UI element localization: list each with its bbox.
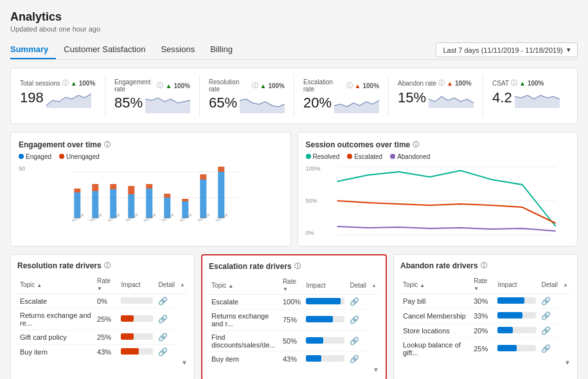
trend-arrow: ▲ [71, 80, 77, 87]
tab-sessions[interactable]: Sessions [153, 41, 202, 59]
detail-link-icon[interactable]: 🔗 [158, 297, 168, 306]
engagement-bar-chart: 5/21/19 5/22/19 5/23/19 5/24/19 5/25/19 … [28, 165, 282, 223]
line-chart-area: 100% 50% 0% [306, 165, 570, 238]
metric-escalation-rate: Escalation rate ⓘ ▲ 100% 20% [294, 75, 389, 117]
col-topic: Topic ▲ [400, 275, 471, 294]
escalation-drivers-panel: Escalation rate drivers ⓘ Topic ▲ Rate ▼… [201, 254, 387, 379]
detail-link-icon[interactable]: 🔗 [541, 311, 551, 320]
col-rate: Rate ▼ [280, 276, 304, 295]
detail-link-icon[interactable]: 🔗 [158, 333, 168, 342]
table-row: Escalate 0% 🔗 [17, 294, 188, 309]
page-header: Analytics Updated about one hour ago [10, 10, 578, 33]
table-row: Cancel Membership 33% 🔗 [400, 309, 571, 324]
session-outcomes-line-chart: 5/21/19 5/22/19 5/23/19 5/24/19 5/25/19 … [323, 165, 569, 236]
date-range-picker[interactable]: Last 7 days (11/11/2019 - 11/18/2019) ▾ [436, 42, 578, 57]
engagement-chart-panel: Engagement over time ⓘ Engaged Unengaged… [10, 132, 291, 246]
col-impact: Impact [118, 275, 156, 294]
metric-total-sessions: Total sessions ⓘ ▲ 100% 198 [11, 75, 105, 117]
escalation-drivers-table: Topic ▲ Rate ▼ Impact Detail ▲ Escalate … [209, 276, 379, 366]
session-outcomes-legend: Resolved Escalated Abandoned [306, 153, 570, 160]
sort-icon[interactable]: ▼ [474, 286, 479, 291]
info-icon[interactable]: ⓘ [62, 79, 69, 88]
sparkline-escalation [334, 93, 379, 113]
metric-abandon-rate: Abandon rate ⓘ ▲ 100% 15% [389, 75, 483, 117]
info-icon[interactable]: ⓘ [252, 81, 258, 90]
chevron-down-icon: ▾ [567, 46, 571, 54]
info-icon[interactable]: ⓘ [438, 79, 445, 88]
resolution-drivers-table: Topic ▲ Rate ▼ Impact Detail ▲ Escalate … [17, 275, 188, 359]
col-detail: Detail [156, 275, 177, 294]
detail-link-icon[interactable]: 🔗 [350, 297, 359, 306]
trend-arrow: ▲ [447, 80, 453, 87]
detail-link-icon[interactable]: 🔗 [158, 315, 168, 324]
metric-csat: CSAT ⓘ ▲ 100% 4.2 [483, 75, 577, 117]
col-scroll: ▲ [369, 276, 379, 295]
info-icon[interactable]: ⓘ [104, 140, 111, 149]
col-topic: Topic ▲ [17, 275, 94, 294]
info-icon[interactable]: ⓘ [294, 262, 301, 271]
resolution-drivers-panel: Resolution rate drivers ⓘ Topic ▲ Rate ▼… [10, 254, 195, 379]
detail-link-icon[interactable]: 🔗 [541, 297, 551, 306]
info-icon[interactable]: ⓘ [157, 81, 163, 90]
detail-link-icon[interactable]: 🔗 [350, 355, 359, 364]
metrics-row: Total sessions ⓘ ▲ 100% 198 Engagement r… [10, 68, 578, 124]
info-icon[interactable]: ⓘ [481, 261, 487, 270]
detail-link-icon[interactable]: 🔗 [350, 315, 359, 324]
bar-chart-area: 50 [19, 165, 283, 225]
sparkline-abandon [429, 88, 474, 108]
session-outcomes-chart-title: Session outcomes over time ⓘ [306, 140, 570, 149]
tab-summary[interactable]: Summary [10, 41, 56, 59]
y-axis-line: 100% 50% 0% [306, 165, 321, 236]
col-detail: Detail [347, 276, 369, 295]
col-rate: Rate ▼ [94, 275, 118, 294]
table-row: Returns exchange and re... 25% 🔗 [17, 309, 188, 330]
svg-rect-3 [74, 189, 80, 192]
col-impact: Impact [303, 276, 347, 295]
session-outcomes-chart-panel: Session outcomes over time ⓘ Resolved Es… [298, 132, 578, 246]
abandon-drivers-table: Topic ▲ Rate ▼ Impact Detail ▲ Pay bill … [400, 275, 571, 359]
detail-link-icon[interactable]: 🔗 [158, 347, 168, 356]
scroll-down-indicator[interactable]: ▼ [209, 366, 379, 373]
sparkline-sessions [46, 88, 91, 108]
trend-arrow: ▲ [519, 80, 526, 87]
trend-arrow: ▲ [165, 82, 172, 89]
scroll-down-indicator[interactable]: ▼ [400, 359, 571, 366]
table-row: Escalate 100% 🔗 [209, 295, 379, 310]
info-icon[interactable]: ⓘ [511, 79, 517, 88]
scroll-down-indicator[interactable]: ▼ [17, 359, 188, 366]
svg-rect-9 [128, 186, 134, 194]
page-subtitle: Updated about one hour ago [10, 25, 578, 33]
svg-rect-13 [164, 194, 170, 198]
sort-icon[interactable]: ▼ [97, 286, 102, 291]
detail-link-icon[interactable]: 🔗 [350, 337, 359, 346]
detail-link-icon[interactable]: 🔗 [541, 326, 551, 335]
table-row: Lookup balance of gift... 25% 🔗 [400, 338, 571, 360]
sort-icon[interactable]: ▲ [37, 282, 42, 288]
col-rate: Rate ▼ [471, 275, 495, 294]
sparkline-csat [515, 88, 560, 108]
svg-rect-15 [182, 199, 188, 201]
info-icon[interactable]: ⓘ [413, 140, 419, 149]
abandon-drivers-panel: Abandon rate drivers ⓘ Topic ▲ Rate ▼ Im… [393, 254, 578, 379]
svg-rect-5 [92, 184, 98, 191]
svg-rect-16 [200, 180, 206, 218]
tab-billing[interactable]: Billing [202, 41, 240, 59]
info-icon[interactable]: ⓘ [104, 261, 111, 270]
col-scroll: ▲ [177, 275, 188, 294]
sort-icon[interactable]: ▲ [420, 282, 425, 288]
svg-rect-18 [218, 172, 224, 218]
detail-link-icon[interactable]: 🔗 [541, 344, 551, 353]
sort-icon[interactable]: ▲ [228, 283, 233, 289]
sort-icon[interactable]: ▼ [283, 286, 288, 292]
trend-arrow: ▲ [260, 82, 267, 89]
abandon-drivers-title: Abandon rate drivers ⓘ [400, 261, 571, 270]
table-row: Buy item 43% 🔗 [209, 352, 379, 367]
page-title: Analytics [10, 10, 578, 24]
tab-customer-satisfaction[interactable]: Customer Satisfaction [56, 41, 153, 59]
escalation-drivers-title: Escalation rate drivers ⓘ [209, 262, 379, 271]
info-icon[interactable]: ⓘ [346, 81, 353, 90]
analytics-page: Analytics Updated about one hour ago Sum… [0, 0, 588, 379]
svg-rect-7 [110, 184, 116, 189]
sparkline-engagement [145, 93, 190, 113]
metric-engagement-rate: Engagement rate ⓘ ▲ 100% 85% [105, 75, 200, 117]
